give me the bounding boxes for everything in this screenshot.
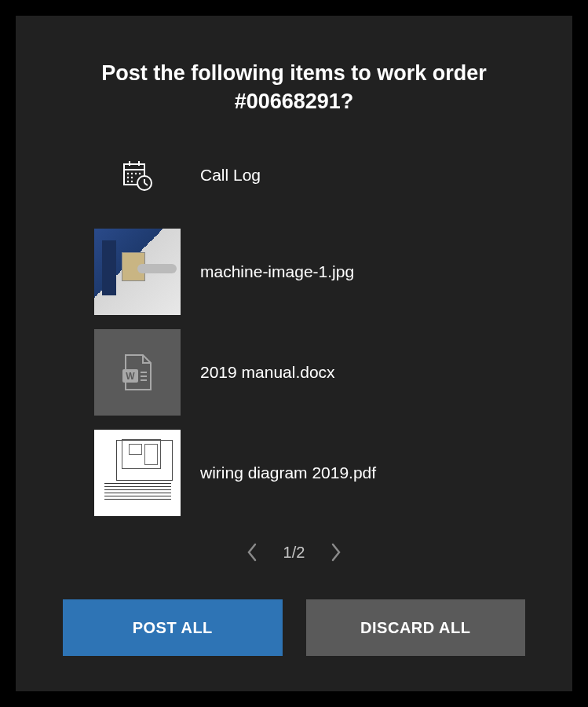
image-thumbnail [94,229,181,315]
item-label: machine-image-1.jpg [200,262,354,281]
discard-all-button[interactable]: DISCARD ALL [306,599,526,656]
svg-text:W: W [126,371,135,382]
svg-point-10 [127,181,129,182]
list-item[interactable]: machine-image-1.jpg [94,229,525,315]
post-all-button[interactable]: POST ALL [63,599,283,656]
post-items-dialog: Post the following items to work order #… [16,16,572,691]
list-item[interactable]: W 2019 manual.docx [94,329,525,416]
item-label: wiring diagram 2019.pdf [200,463,376,482]
svg-point-7 [139,173,141,174]
item-label: 2019 manual.docx [200,363,335,382]
items-list: Call Log machine-image-1.jpg W 2019 [63,159,525,523]
svg-point-4 [127,173,129,174]
item-label: Call Log [200,166,261,185]
pagination: 1/2 [63,543,525,562]
word-doc-icon: W [94,329,181,416]
list-item[interactable]: Call Log [94,159,525,191]
dialog-title: Post the following items to work order #… [63,59,525,116]
svg-point-5 [131,173,133,174]
chevron-right-icon [330,542,342,562]
dialog-actions: POST ALL DISCARD ALL [63,599,525,656]
next-page-button[interactable] [327,543,345,562]
page-indicator: 1/2 [283,544,305,562]
pdf-thumbnail [94,430,181,516]
svg-point-6 [135,173,137,174]
svg-point-9 [131,177,133,178]
calendar-clock-icon [94,159,181,191]
svg-point-11 [131,181,133,182]
list-item[interactable]: wiring diagram 2019.pdf [94,430,525,516]
svg-point-8 [127,177,129,178]
previous-page-button[interactable] [243,543,261,562]
chevron-left-icon [246,542,258,562]
